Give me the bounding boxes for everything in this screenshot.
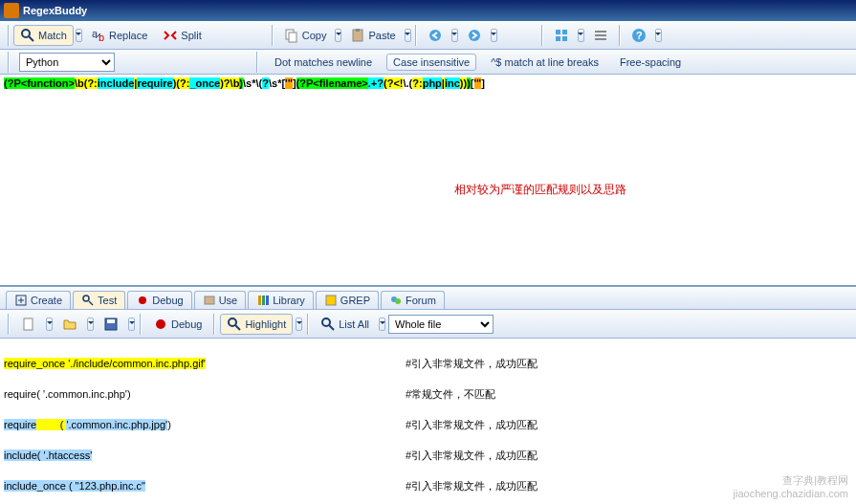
highlight-dropdown[interactable] xyxy=(296,318,302,331)
tab-use[interactable]: Use xyxy=(194,291,247,309)
tab-library[interactable]: Library xyxy=(248,291,314,309)
annotation-text: 相对较为严谨的匹配规则以及思路 xyxy=(454,182,626,198)
svg-rect-13 xyxy=(562,36,567,41)
copy-icon xyxy=(284,28,299,43)
replace-button[interactable]: ab Replace xyxy=(84,25,154,46)
svg-point-31 xyxy=(395,298,401,304)
app-icon xyxy=(4,3,19,18)
svg-line-37 xyxy=(235,325,240,330)
tab-grep[interactable]: GREP xyxy=(316,291,379,309)
paste-label: Paste xyxy=(368,30,395,41)
dot-matches-newline-toggle[interactable]: Dot matches newline xyxy=(268,54,379,71)
split-button[interactable]: Split xyxy=(156,25,208,46)
svg-rect-32 xyxy=(24,318,33,330)
list-all-button[interactable]: List All xyxy=(314,314,376,335)
svg-rect-25 xyxy=(205,296,214,304)
use-icon xyxy=(203,294,216,307)
save-icon xyxy=(103,317,119,332)
title-bar: RegexBuddy xyxy=(0,0,856,21)
split-label: Split xyxy=(181,30,201,41)
svg-rect-7 xyxy=(356,29,360,32)
highlight-button[interactable]: Highlight xyxy=(220,314,293,335)
svg-rect-29 xyxy=(326,296,336,305)
grep-icon xyxy=(324,294,338,307)
line-breaks-toggle[interactable]: ^$ match at line breaks xyxy=(484,54,605,71)
svg-text:a: a xyxy=(92,28,99,39)
history-back-icon xyxy=(428,28,443,43)
copy-label: Copy xyxy=(302,30,327,41)
search-icon xyxy=(20,28,35,43)
svg-rect-28 xyxy=(266,296,269,305)
open-test-button[interactable] xyxy=(55,314,84,335)
svg-rect-10 xyxy=(556,30,560,34)
copy-dropdown[interactable] xyxy=(335,29,341,42)
history-back-button[interactable] xyxy=(421,25,450,46)
options-icon xyxy=(593,28,608,43)
test-text-area[interactable]: require_once './include/common.inc.php.g… xyxy=(0,339,856,504)
svg-point-38 xyxy=(322,318,330,326)
options-button[interactable] xyxy=(586,25,615,46)
help-button[interactable]: ? xyxy=(625,25,653,46)
layout-dropdown[interactable] xyxy=(578,29,584,42)
toolbar-grip xyxy=(617,25,623,46)
match-dropdown[interactable] xyxy=(76,29,82,42)
debug-icon xyxy=(136,294,149,307)
history-fwd-dropdown[interactable] xyxy=(491,29,497,42)
svg-point-22 xyxy=(83,296,89,301)
paste-dropdown[interactable] xyxy=(405,29,411,42)
toolbar-grip xyxy=(211,314,217,335)
scope-select[interactable]: Whole file xyxy=(388,315,494,334)
history-fwd-icon xyxy=(467,28,482,43)
toolbar-grip xyxy=(270,25,275,46)
history-back-dropdown[interactable] xyxy=(451,29,458,42)
list-icon xyxy=(320,317,336,332)
svg-rect-26 xyxy=(258,296,261,305)
save-test-button[interactable] xyxy=(97,314,125,335)
match-label: Match xyxy=(38,30,67,41)
regex-text[interactable]: (?P<function>\b(?:include|require)(?:_on… xyxy=(0,75,856,93)
copy-button[interactable]: Copy xyxy=(277,25,334,46)
case-insensitive-toggle[interactable]: Case insensitive xyxy=(386,54,476,71)
tab-test[interactable]: Test xyxy=(73,291,125,309)
svg-text:?: ? xyxy=(636,30,643,41)
flavor-select[interactable]: Python xyxy=(19,53,115,72)
replace-label: Replace xyxy=(109,30,147,41)
toolbar-grip xyxy=(254,52,260,73)
toolbar-grip xyxy=(305,314,311,335)
regex-editor[interactable]: (?P<function>\b(?:include|require)(?:_on… xyxy=(0,75,856,287)
test-icon xyxy=(81,294,95,307)
svg-point-24 xyxy=(139,296,146,304)
open-test-dropdown[interactable] xyxy=(87,318,94,331)
library-icon xyxy=(256,294,270,307)
paste-button[interactable]: Paste xyxy=(343,25,402,46)
create-icon xyxy=(14,294,28,307)
history-fwd-button[interactable] xyxy=(460,25,489,46)
tab-debug[interactable]: Debug xyxy=(127,291,191,309)
help-icon: ? xyxy=(631,28,647,43)
open-icon xyxy=(62,317,77,332)
free-spacing-toggle[interactable]: Free-spacing xyxy=(613,54,688,71)
help-dropdown[interactable] xyxy=(655,29,662,42)
layout-button[interactable] xyxy=(547,25,576,46)
new-file-icon xyxy=(21,317,36,332)
tab-forum[interactable]: Forum xyxy=(381,291,445,309)
test-line: require_once './include/common.inc.php.g… xyxy=(4,356,852,371)
svg-rect-5 xyxy=(289,33,296,42)
app-title: RegexBuddy xyxy=(23,5,87,16)
toolbar-grip xyxy=(413,25,419,46)
toolbar-grip xyxy=(539,25,545,46)
new-test-button[interactable] xyxy=(14,314,43,335)
test-debug-button[interactable]: Debug xyxy=(146,314,209,335)
match-button[interactable]: Match xyxy=(13,25,74,46)
svg-line-1 xyxy=(29,36,33,41)
test-line: require( '.common.inc.php')#常规文件，不匹配 xyxy=(4,386,852,402)
tab-create[interactable]: Create xyxy=(6,291,71,309)
toolbar-grip xyxy=(6,52,11,73)
test-line: include( '.htaccess'#引入非常规文件，成功匹配 xyxy=(4,448,852,463)
svg-line-23 xyxy=(89,301,93,305)
new-test-dropdown[interactable] xyxy=(46,318,53,331)
svg-rect-34 xyxy=(107,319,115,323)
list-all-dropdown[interactable] xyxy=(379,318,385,331)
save-test-dropdown[interactable] xyxy=(128,318,135,331)
svg-rect-15 xyxy=(595,34,606,36)
